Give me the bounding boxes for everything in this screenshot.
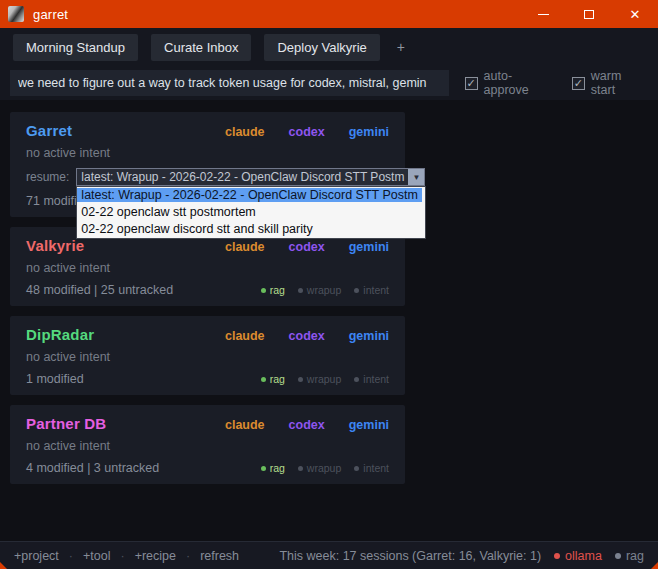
refresh-button[interactable]: refresh (200, 549, 239, 563)
stats-text: 1 modified (26, 372, 261, 386)
project-card-dipradar: DipRadar claude codex gemini no active i… (10, 316, 405, 395)
project-title: Partner DB (26, 415, 225, 432)
intent-badge: intent (354, 462, 389, 474)
resume-row: resume: latest: Wrapup - 2026-02-22 - Op… (26, 168, 389, 186)
dot-icon (554, 553, 560, 559)
window-controls: ✕ (520, 0, 658, 28)
project-title: Garret (26, 122, 225, 139)
ollama-indicator: ollama (554, 549, 602, 563)
dot-icon (298, 377, 303, 382)
tab-morning-standup[interactable]: Morning Standup (13, 34, 138, 61)
corner-accent (0, 562, 7, 569)
minimize-button[interactable] (520, 0, 566, 28)
maximize-icon (584, 10, 594, 19)
intent-text: no active intent (26, 261, 389, 275)
dot-icon (615, 553, 621, 559)
add-tab-button[interactable]: + (393, 39, 409, 55)
warm-start-checkbox[interactable]: warm start (572, 69, 648, 97)
auto-approve-checkbox[interactable]: auto-approve (465, 69, 556, 97)
projects-panel: Garret claude codex gemini no active int… (0, 100, 658, 541)
dot-icon (261, 377, 266, 382)
rag-badge: rag (261, 284, 285, 296)
intent-text: no active intent (26, 146, 389, 160)
maximize-button[interactable] (566, 0, 612, 28)
gemini-link[interactable]: gemini (349, 329, 389, 343)
chevron-down-icon[interactable] (408, 169, 424, 185)
auto-approve-label: auto-approve (484, 69, 556, 97)
dot-icon (261, 466, 266, 471)
project-title: Valkyrie (26, 237, 225, 254)
dropdown-option[interactable]: latest: Wrapup - 2026-02-22 - OpenClaw D… (77, 188, 421, 202)
claude-link[interactable]: claude (225, 240, 265, 254)
intent-badge: intent (354, 284, 389, 296)
app-window: garret ✕ Morning Standup Curate Inbox De… (0, 0, 658, 569)
resume-select[interactable]: latest: Wrapup - 2026-02-22 - OpenClaw D… (76, 168, 425, 186)
stats-text: 48 modified | 25 untracked (26, 283, 261, 297)
weekly-summary: This week: 17 sessions (Garret: 16, Valk… (279, 549, 541, 563)
rag-badge: rag (261, 373, 285, 385)
dot-icon (298, 288, 303, 293)
rag-badge: rag (261, 462, 285, 474)
dot-icon (261, 288, 266, 293)
intent-badge: intent (354, 373, 389, 385)
app-icon (8, 6, 24, 22)
codex-link[interactable]: codex (289, 240, 325, 254)
codex-link[interactable]: codex (289, 329, 325, 343)
close-icon: ✕ (630, 8, 641, 21)
add-recipe-button[interactable]: +recipe (135, 549, 176, 563)
status-bar: +project · +tool · +recipe · refresh Thi… (0, 541, 658, 569)
codex-link[interactable]: codex (289, 125, 325, 139)
dot-icon (354, 466, 359, 471)
titlebar: garret ✕ (0, 0, 658, 28)
tab-bar: Morning Standup Curate Inbox Deploy Valk… (0, 28, 658, 66)
gemini-link[interactable]: gemini (349, 125, 389, 139)
gemini-link[interactable]: gemini (349, 418, 389, 432)
resume-label: resume: (26, 170, 69, 184)
project-card-garret: Garret claude codex gemini no active int… (10, 112, 405, 217)
project-title: DipRadar (26, 326, 225, 343)
dot-icon (298, 466, 303, 471)
warm-start-label: warm start (591, 69, 648, 97)
claude-link[interactable]: claude (225, 329, 265, 343)
window-title: garret (33, 7, 68, 22)
wrapup-badge: wrapup (298, 284, 341, 296)
intent-text: no active intent (26, 439, 389, 453)
gemini-link[interactable]: gemini (349, 240, 389, 254)
checkbox-checked-icon (465, 77, 478, 90)
codex-link[interactable]: codex (289, 418, 325, 432)
corner-accent (651, 562, 658, 569)
minimize-icon (538, 14, 549, 15)
add-project-button[interactable]: +project (14, 549, 59, 563)
wrapup-badge: wrapup (298, 373, 341, 385)
intent-text: no active intent (26, 350, 389, 364)
wrapup-badge: wrapup (298, 462, 341, 474)
composer-row: auto-approve warm start (0, 66, 658, 100)
checkbox-checked-icon (572, 77, 585, 90)
claude-link[interactable]: claude (225, 125, 265, 139)
stats-text: 4 modified | 3 untracked (26, 461, 261, 475)
dot-icon (354, 377, 359, 382)
tab-deploy-valkyrie[interactable]: Deploy Valkyrie (264, 34, 379, 61)
dropdown-option[interactable]: 02-22 openclaw stt postmortem (77, 205, 259, 219)
prompt-input[interactable] (10, 70, 449, 96)
rag-indicator: rag (615, 549, 644, 563)
resume-dropdown-list: latest: Wrapup - 2026-02-22 - OpenClaw D… (76, 186, 426, 239)
dot-icon (354, 288, 359, 293)
add-tool-button[interactable]: +tool (83, 549, 110, 563)
close-button[interactable]: ✕ (612, 0, 658, 28)
claude-link[interactable]: claude (225, 418, 265, 432)
dropdown-option[interactable]: 02-22 openclaw discord stt and skill par… (77, 222, 316, 236)
project-card-partner-db: Partner DB claude codex gemini no active… (10, 405, 405, 484)
tab-curate-inbox[interactable]: Curate Inbox (151, 34, 251, 61)
